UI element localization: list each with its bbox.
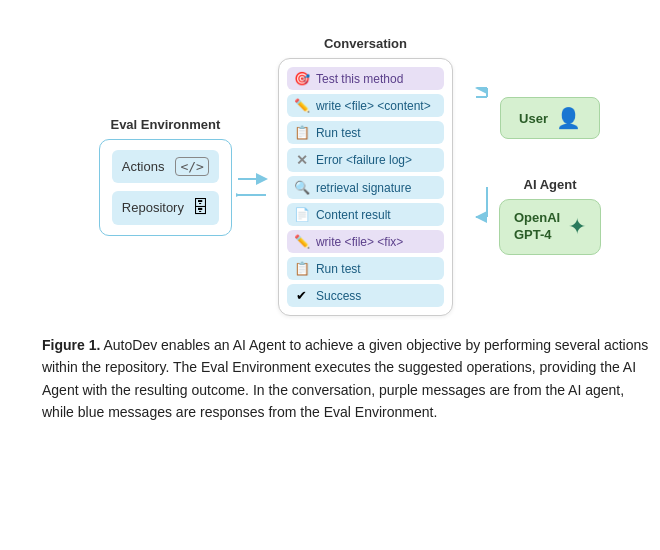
conv-text-8: Success <box>316 289 361 303</box>
user-box: User 👤 <box>500 97 600 139</box>
conv-icon-3: ✕ <box>294 152 310 168</box>
conv-text-2: Run test <box>316 126 361 140</box>
user-icon: 👤 <box>556 106 581 130</box>
conversation-box: 🎯 Test this method ✏️ write <file> <cont… <box>278 58 453 316</box>
conv-row-8: ✔ Success <box>287 284 444 307</box>
eval-env-label: Eval Environment <box>110 117 220 132</box>
caption: Figure 1. AutoDev enables an AI Agent to… <box>40 334 660 424</box>
conv-icon-4: 🔍 <box>294 180 310 195</box>
arrow-eval-to-conv <box>236 135 274 217</box>
ai-agent-label: AI Agent <box>524 177 577 192</box>
actions-label: Actions <box>122 159 168 174</box>
conv-icon-2: 📋 <box>294 125 310 140</box>
conv-row-1: ✏️ write <file> <content> <box>287 94 444 117</box>
user-section: User 👤 <box>500 97 600 139</box>
conv-text-6: write <file> <fix> <box>316 235 403 249</box>
ai-agent-section: AI Agent OpenAI GPT-4 ✦ <box>499 177 601 255</box>
eval-env-box: Actions </> Repository 🗄 <box>99 139 232 236</box>
caption-text: AutoDev enables an AI Agent to achieve a… <box>42 337 648 420</box>
diagram-area: Eval Environment Actions </> Repository … <box>40 36 660 316</box>
code-icon: </> <box>175 157 208 176</box>
right-column: User 👤 AI Agent OpenAI GPT-4 ✦ <box>499 97 601 255</box>
conv-icon-0: 🎯 <box>294 71 310 86</box>
arrow-svg-right <box>457 87 495 287</box>
conv-text-0: Test this method <box>316 72 403 86</box>
caption-bold: Figure 1. <box>42 337 100 353</box>
conv-icon-6: ✏️ <box>294 234 310 249</box>
conversation-label: Conversation <box>324 36 407 51</box>
conv-text-4: retrieval signature <box>316 181 411 195</box>
ai-agent-name: OpenAI <box>514 210 560 227</box>
eval-environment: Eval Environment Actions </> Repository … <box>99 117 232 236</box>
conv-row-5: 📄 Content result <box>287 203 444 226</box>
repository-label: Repository <box>122 200 184 215</box>
conv-row-7: 📋 Run test <box>287 257 444 280</box>
conv-text-7: Run test <box>316 262 361 276</box>
database-icon: 🗄 <box>192 198 209 218</box>
conv-text-5: Content result <box>316 208 391 222</box>
eval-repository-item: Repository 🗄 <box>112 191 219 225</box>
conv-row-2: 📋 Run test <box>287 121 444 144</box>
conv-icon-5: 📄 <box>294 207 310 222</box>
conv-icon-8: ✔ <box>294 288 310 303</box>
eval-actions-item: Actions </> <box>112 150 219 183</box>
conv-icon-7: 📋 <box>294 261 310 276</box>
ai-agent-text: OpenAI GPT-4 <box>514 210 560 244</box>
conv-row-3: ✕ Error <failure log> <box>287 148 444 172</box>
ai-agent-model: GPT-4 <box>514 227 560 244</box>
conv-icon-1: ✏️ <box>294 98 310 113</box>
arrow-conv-to-right <box>457 65 495 287</box>
conv-text-3: Error <failure log> <box>316 153 412 167</box>
conv-row-0: 🎯 Test this method <box>287 67 444 90</box>
arrow-svg-left <box>236 157 274 217</box>
conv-row-6: ✏️ write <file> <fix> <box>287 230 444 253</box>
conv-text-1: write <file> <content> <box>316 99 431 113</box>
conversation: Conversation 🎯 Test this method ✏️ write… <box>278 36 453 316</box>
conv-row-4: 🔍 retrieval signature <box>287 176 444 199</box>
ai-sparkle-icon: ✦ <box>568 214 586 240</box>
ai-agent-box: OpenAI GPT-4 ✦ <box>499 199 601 255</box>
user-label: User <box>519 111 548 126</box>
